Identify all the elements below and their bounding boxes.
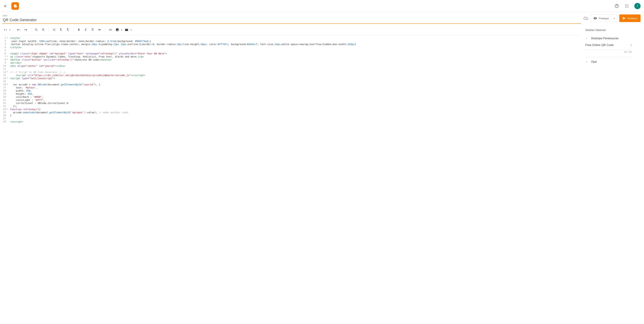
blogger-logo-icon[interactable] <box>12 2 19 10</box>
back-arrow-icon[interactable] <box>4 4 8 8</box>
cloud-off-icon <box>584 16 588 21</box>
zoom-out-button[interactable] <box>34 27 39 33</box>
line-spacing-button[interactable] <box>51 27 57 33</box>
chevron-up-icon <box>585 37 588 40</box>
italic-button[interactable] <box>83 27 89 33</box>
svg-point-5 <box>628 6 628 6</box>
svg-point-8 <box>628 7 628 7</box>
preview-button-group: Pratinjau ▼ <box>591 14 617 22</box>
options-label: Opsi <box>591 60 597 63</box>
quote-button[interactable] <box>96 27 102 33</box>
separator <box>105 27 105 32</box>
image-button[interactable] <box>114 27 120 33</box>
undo-button[interactable] <box>16 27 22 33</box>
html-view-button[interactable] <box>2 27 8 33</box>
svg-point-0 <box>625 4 626 5</box>
redo-button[interactable] <box>22 27 28 33</box>
link-button[interactable] <box>108 27 113 33</box>
preview-button[interactable]: Pratinjau <box>591 15 612 22</box>
send-icon <box>622 16 626 20</box>
page-title-input[interactable] <box>2 17 581 22</box>
avatar[interactable]: I <box>634 3 640 9</box>
video-button[interactable] <box>124 27 130 33</box>
apps-grid-icon[interactable] <box>624 3 629 8</box>
zoom-in-button[interactable] <box>40 27 46 33</box>
chevron-down-icon: ▼ <box>630 45 632 46</box>
eye-icon <box>593 16 597 20</box>
editor-toolbar: ▼ ▼ ▼ <box>2 26 581 35</box>
preview-dropdown[interactable]: ▼ <box>612 15 617 22</box>
chevron-down-icon <box>585 61 588 63</box>
options-toggle[interactable]: Opsi <box>585 58 632 65</box>
chevron-down-icon: ▼ <box>613 17 615 19</box>
svg-point-2 <box>628 4 628 5</box>
search-description-toggle[interactable]: Deskripsi Penelusuran <box>585 35 632 42</box>
svg-point-4 <box>626 6 627 6</box>
code-editor[interactable]: 1▼2 3 4 5 6 7▼8▼9 10 11 12▼13 14▼15 16▼1… <box>2 35 581 124</box>
preview-label: Pratinjau <box>599 17 609 20</box>
format-button[interactable] <box>90 27 96 33</box>
svg-point-3 <box>625 6 626 6</box>
search-description-input[interactable] <box>585 42 629 48</box>
char-counter: 56 / 150 <box>585 51 632 53</box>
line-gutter: 1▼2 3 4 5 6 7▼8▼9 10 11 12▼13 14▼15 16▼1… <box>2 35 9 124</box>
svg-point-1 <box>626 4 627 5</box>
title-block: Judul <box>2 14 581 24</box>
rtl-button[interactable] <box>65 27 71 33</box>
ltr-button[interactable] <box>58 27 64 33</box>
update-button[interactable]: Perbarui <box>619 14 640 22</box>
right-panel: Setelan halaman Deskripsi Penelusuran ▲▼… <box>584 24 635 68</box>
search-description-label: Deskripsi Penelusuran <box>591 37 619 40</box>
settings-heading: Setelan halaman <box>585 28 632 32</box>
separator <box>73 27 74 32</box>
chevron-down-icon[interactable]: ▼ <box>9 29 11 31</box>
chevron-down-icon[interactable]: ▼ <box>121 29 123 31</box>
svg-point-6 <box>625 7 626 7</box>
svg-point-7 <box>626 7 627 7</box>
title-label: Judul <box>2 14 581 17</box>
separator <box>31 27 31 32</box>
app-header: I <box>0 0 644 12</box>
bold-button[interactable] <box>76 27 82 33</box>
separator <box>13 27 13 32</box>
avatar-initial: I <box>637 4 638 8</box>
stepper[interactable]: ▲▼ <box>630 44 632 46</box>
help-icon[interactable] <box>614 3 619 8</box>
code-area[interactable]: <style>.user-input {width: 100%;outline:… <box>9 35 581 124</box>
chevron-down-icon[interactable]: ▼ <box>130 29 132 31</box>
update-label: Perbarui <box>628 17 638 20</box>
